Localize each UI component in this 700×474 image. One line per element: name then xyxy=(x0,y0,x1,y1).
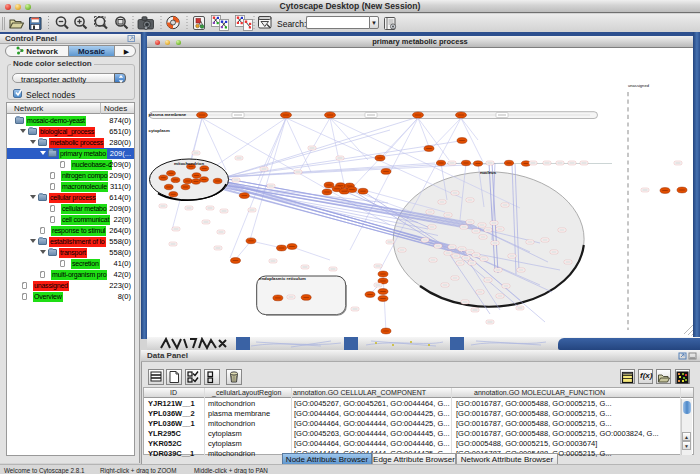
svg-text:unassigned: unassigned xyxy=(628,83,650,88)
svg-text:cytoplasm: cytoplasm xyxy=(149,128,170,133)
svg-text:endoplasmic reticulum: endoplasmic reticulum xyxy=(259,276,306,281)
svg-text:mitochondrion: mitochondrion xyxy=(174,161,204,166)
svg-text:nucleus: nucleus xyxy=(480,170,497,175)
svg-text:plasma membrane: plasma membrane xyxy=(149,112,187,117)
